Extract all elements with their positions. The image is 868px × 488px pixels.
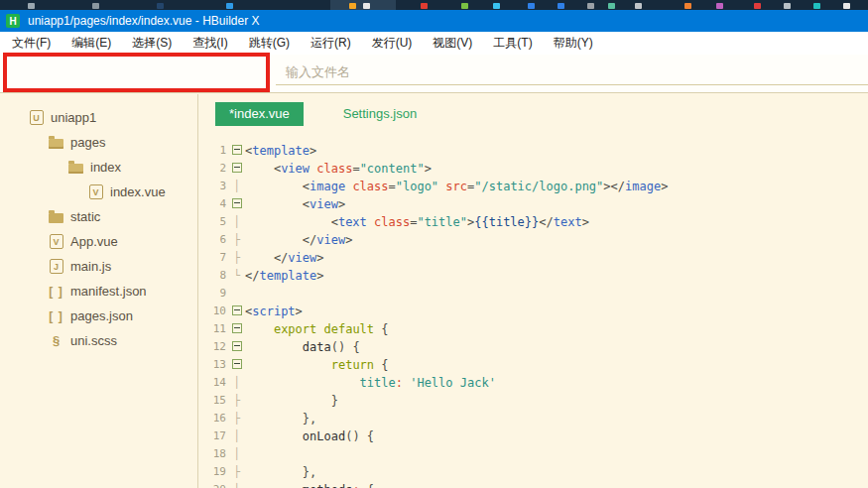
menu-item[interactable]: 编辑(E) <box>67 33 115 54</box>
tree-item-index[interactable]: index <box>0 155 197 180</box>
code-line[interactable]: 19├ }, <box>199 463 868 481</box>
tree-item-index-vue[interactable]: Vindex.vue <box>0 180 197 204</box>
code-line[interactable]: 10<script> <box>199 303 868 320</box>
taskbar-app-icon[interactable] <box>784 3 791 9</box>
taskbar-app-icon[interactable] <box>716 3 723 9</box>
taskbar-app-icon[interactable] <box>587 3 594 9</box>
menu-item[interactable]: 帮助(Y) <box>550 33 597 54</box>
editor-tab--index-vue[interactable]: *index.vue <box>215 102 304 126</box>
taskbar-app-icon[interactable] <box>558 3 564 9</box>
token-p: </ <box>245 251 288 265</box>
code-line[interactable]: 5│ <text class="title">{{title}}</text> <box>199 213 868 231</box>
code-line[interactable]: 16├ }, <box>199 410 868 427</box>
taskbar-app-icon[interactable] <box>528 3 535 9</box>
menu-item[interactable]: 跳转(G) <box>245 33 294 54</box>
menu-item[interactable]: 视图(V) <box>429 33 476 54</box>
taskbar-app-icon[interactable] <box>363 3 370 9</box>
taskbar-app-icon[interactable] <box>349 3 356 9</box>
fold-toggle-icon[interactable] <box>228 338 245 356</box>
token-p: > <box>310 144 316 158</box>
code-line[interactable]: 11 export default { <box>199 320 868 338</box>
taskbar-app-icon[interactable] <box>421 3 428 9</box>
project-icon: U <box>28 110 45 125</box>
taskbar-app-icon[interactable] <box>226 3 233 9</box>
filename-input[interactable]: 输入文件名 <box>276 61 868 85</box>
taskbar-app-icon[interactable] <box>461 3 468 9</box>
taskbar-app-icon[interactable] <box>28 3 35 9</box>
taskbar-app-icon[interactable] <box>608 3 615 9</box>
tree-item-app-vue[interactable]: VApp.vue <box>0 229 197 254</box>
tree-item-main-js[interactable]: Jmain.js <box>0 254 197 279</box>
json-icon: [ ] <box>48 285 64 299</box>
taskbar-app-icon[interactable] <box>493 3 500 9</box>
menu-item[interactable]: 查找(I) <box>188 33 231 54</box>
code-line[interactable]: 15├ } <box>199 392 868 410</box>
code-line[interactable]: 20│ methods: { <box>199 481 868 488</box>
taskbar-app-icon[interactable] <box>754 3 761 9</box>
token-tag: template <box>252 144 310 158</box>
js-icon: J <box>48 259 64 274</box>
taskbar-app-icon[interactable] <box>684 3 691 9</box>
tree-item-pages[interactable]: pages <box>0 130 197 155</box>
fold-toggle-icon[interactable] <box>228 160 245 178</box>
code-text: </view> <box>245 231 352 249</box>
menu-item[interactable]: 选择(S) <box>128 33 176 54</box>
tree-item-label: pages.json <box>70 308 133 323</box>
fold-toggle-icon[interactable] <box>228 303 245 320</box>
tree-item-manifest-json[interactable]: [ ]manifest.json <box>0 279 197 304</box>
token-id: onLoad <box>303 429 345 443</box>
fold-guide: │ <box>228 427 245 445</box>
tree-item-uniapp1[interactable]: Uuniapp1 <box>0 105 197 130</box>
tree-item-uni-scss[interactable]: §uni.scss <box>0 328 197 353</box>
menu-item[interactable]: 文件(F) <box>8 33 55 54</box>
token-p: = <box>352 162 359 176</box>
fold-toggle-icon[interactable] <box>228 142 245 160</box>
code-line[interactable]: 2 <view class="content"> <box>199 160 868 178</box>
line-number: 1 <box>199 142 228 160</box>
code-line[interactable]: 7├ </view> <box>199 249 868 267</box>
code-text: data() { <box>245 338 360 356</box>
code-line[interactable]: 14│ title: 'Hello Jack' <box>199 374 868 392</box>
fold-toggle-icon[interactable] <box>228 195 245 213</box>
menu-item[interactable]: 工具(T) <box>489 33 536 54</box>
fold-toggle-icon[interactable] <box>228 356 245 374</box>
code-line[interactable]: 8└</template> <box>199 267 868 285</box>
code-line[interactable]: 4 <view> <box>199 195 868 213</box>
menu-item[interactable]: 运行(R) <box>307 33 355 54</box>
code-text: return { <box>245 356 389 374</box>
line-number: 14 <box>199 374 228 392</box>
fold-guide: ├ <box>228 249 245 267</box>
code-editor[interactable]: 1<template>2 <view class="content">3│ <i… <box>199 142 868 488</box>
os-taskbar[interactable] <box>0 0 868 10</box>
taskbar-app-icon[interactable] <box>813 3 820 9</box>
taskbar-app-icon[interactable] <box>635 3 642 9</box>
fold-toggle-icon[interactable] <box>228 320 245 338</box>
code-line[interactable]: 17│ onLoad() { <box>199 427 868 445</box>
window-titlebar[interactable]: H uniapp1/pages/index/index.vue - HBuild… <box>0 10 868 32</box>
window-title: uniapp1/pages/index/index.vue - HBuilder… <box>28 14 259 28</box>
menu-item[interactable]: 发行(U) <box>368 33 417 54</box>
token-p: > <box>425 162 432 176</box>
editor-tab-settings-json[interactable]: Settings.json <box>329 102 431 126</box>
code-text: onLoad() { <box>245 427 374 445</box>
code-line[interactable]: 6├ </view> <box>199 231 868 249</box>
token-p: > <box>661 180 668 193</box>
taskbar-app-icon[interactable] <box>157 3 164 9</box>
tree-item-static[interactable]: static <box>0 204 197 229</box>
line-number: 11 <box>199 320 228 338</box>
code-line[interactable]: 9 <box>199 285 868 303</box>
tree-item-pages-json[interactable]: [ ]pages.json <box>0 304 197 328</box>
taskbar-app-icon[interactable] <box>843 3 850 9</box>
token-p: < <box>245 197 310 211</box>
code-text: </view> <box>245 249 324 267</box>
code-line[interactable]: 13 return { <box>199 356 868 374</box>
code-line[interactable]: 3│ <image class="logo" src="/static/logo… <box>199 178 868 195</box>
token-attr: class <box>374 215 410 229</box>
taskbar-app-icon[interactable] <box>92 3 99 9</box>
code-line[interactable]: 12 data() { <box>199 338 868 356</box>
tree-item-label: uni.scss <box>70 333 117 348</box>
code-line[interactable]: 18│ <box>199 445 868 463</box>
code-line[interactable]: 1<template> <box>199 142 868 160</box>
code-text: <script> <box>245 303 303 320</box>
editor-area: *index.vueSettings.json 1<template>2 <vi… <box>199 94 868 488</box>
